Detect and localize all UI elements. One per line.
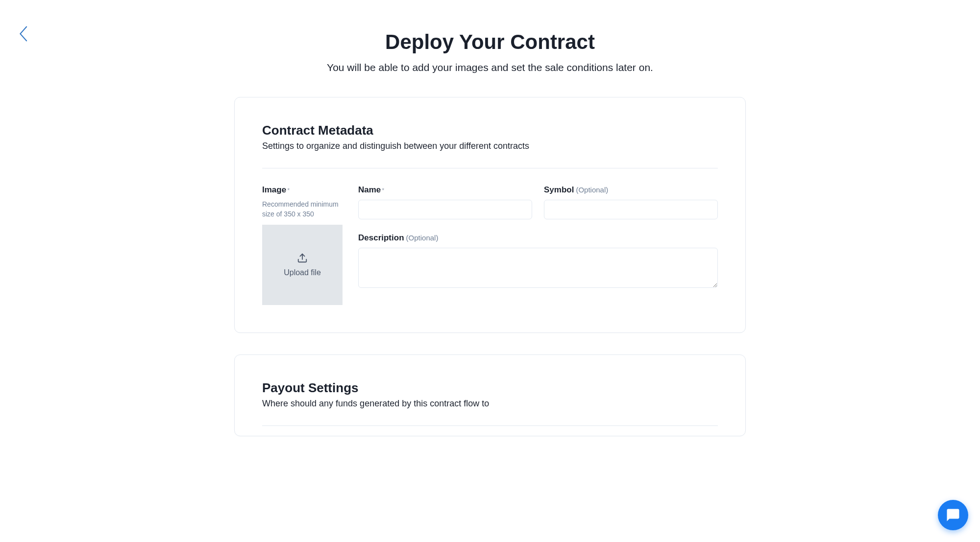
required-mark: * [287, 187, 290, 194]
metadata-section-subtitle: Settings to organize and distinguish bet… [262, 141, 718, 151]
image-label: Image* [262, 185, 343, 195]
description-input[interactable] [358, 248, 718, 288]
payout-section-subtitle: Where should any funds generated by this… [262, 399, 718, 409]
description-label: Description(Optional) [358, 233, 718, 243]
image-hint: Recommended minimum size of 350 x 350 [262, 200, 343, 219]
metadata-section-title: Contract Metadata [262, 123, 718, 138]
image-upload-box[interactable]: Upload file [262, 225, 343, 305]
upload-icon [297, 253, 308, 263]
payout-settings-card: Payout Settings Where should any funds g… [234, 354, 746, 436]
upload-text: Upload file [284, 268, 321, 277]
page-subtitle: You will be able to add your images and … [234, 62, 746, 73]
name-label: Name* [358, 185, 532, 195]
required-mark: * [382, 187, 384, 194]
payout-section-title: Payout Settings [262, 380, 718, 396]
back-button[interactable] [19, 25, 28, 44]
chevron-left-icon [19, 25, 28, 42]
optional-mark: (Optional) [406, 234, 439, 242]
symbol-input[interactable] [544, 200, 718, 219]
chat-button[interactable] [938, 500, 968, 530]
divider [262, 168, 718, 168]
chat-icon [946, 508, 960, 522]
optional-mark: (Optional) [576, 186, 608, 194]
page-title: Deploy Your Contract [234, 30, 746, 54]
name-input[interactable] [358, 200, 532, 219]
divider [262, 425, 718, 426]
symbol-label: Symbol(Optional) [544, 185, 718, 195]
contract-metadata-card: Contract Metadata Settings to organize a… [234, 97, 746, 333]
